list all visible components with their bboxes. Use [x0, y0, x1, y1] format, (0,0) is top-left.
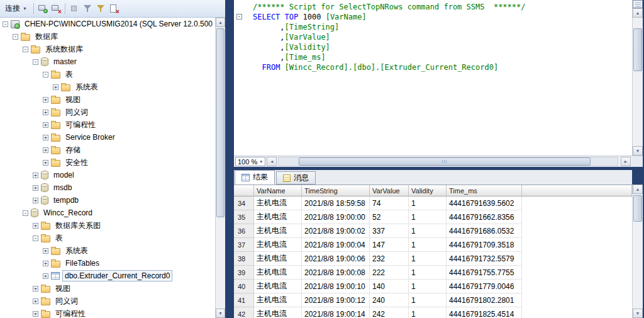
scrollbar-thumb[interactable] — [633, 195, 642, 222]
grid-cell[interactable]: 主机电流 — [254, 238, 302, 252]
row-number-cell[interactable]: 39 — [234, 266, 254, 280]
grid-cell[interactable]: 147 — [370, 238, 409, 252]
expand-toggle-icon[interactable]: + — [33, 311, 38, 317]
scrollbar-thumb[interactable] — [216, 28, 225, 217]
scroll-down-button[interactable]: ▼ — [633, 309, 643, 318]
results-vertical-scrollbar[interactable]: ▲ ▼ — [632, 185, 643, 318]
grid-cell[interactable]: 2021/8/8 19:00:10 — [302, 280, 370, 293]
tree-item[interactable]: +视图 — [0, 282, 215, 295]
connect-server-icon[interactable] — [37, 3, 48, 14]
grid-cell[interactable]: 2021/8/8 19:00:08 — [302, 266, 370, 280]
grid-cell[interactable]: 主机电流 — [254, 196, 302, 210]
tree-item[interactable]: +系统表 — [0, 244, 215, 257]
grid-cell[interactable]: 主机电流 — [254, 210, 302, 224]
tree-item[interactable]: +model — [0, 169, 215, 181]
grid-column-header[interactable]: VarValue — [370, 185, 409, 196]
grid-cell[interactable]: 2021/8/8 19:00:06 — [302, 252, 370, 266]
grid-cell[interactable]: 2021/8/8 19:00:00 — [302, 210, 370, 224]
grid-cell[interactable]: 1 — [409, 252, 447, 266]
grid-cell[interactable]: 主机电流 — [254, 252, 302, 266]
grid-cell[interactable]: 1 — [409, 210, 447, 224]
grid-cell[interactable]: 44416791802.2801 — [447, 293, 522, 307]
grid-cell[interactable]: 74 — [370, 196, 409, 210]
scrollbar-thumb[interactable] — [299, 157, 590, 166]
scroll-left-button[interactable]: ◄ — [267, 157, 277, 166]
collapse-toggle-icon[interactable]: - — [13, 34, 18, 40]
tree-item[interactable]: +同义词 — [0, 295, 215, 307]
tree-item[interactable]: -表 — [0, 68, 215, 81]
expand-toggle-icon[interactable]: + — [33, 185, 38, 191]
results-grid[interactable]: VarNameTimeStringVarValueValidityTime_ms… — [234, 185, 632, 318]
zoom-control[interactable]: 100 % ▼ — [235, 157, 265, 166]
collapse-toggle-icon[interactable]: - — [33, 59, 38, 65]
expand-toggle-icon[interactable]: + — [33, 223, 38, 229]
tab-messages[interactable]: 消息 — [276, 171, 316, 185]
row-number-cell[interactable]: 42 — [234, 307, 254, 318]
sql-editor[interactable]: - /****** Script for SelectTopNRows comm… — [234, 0, 632, 156]
grid-cell[interactable]: 44416791639.5602 — [447, 196, 522, 210]
tree-item[interactable]: +dbo.Extruder_Current_Record0 — [0, 270, 215, 282]
grid-cell[interactable]: 1 — [409, 280, 447, 293]
vertical-splitter[interactable] — [225, 0, 234, 318]
expand-toggle-icon[interactable]: + — [43, 135, 48, 140]
tree-item[interactable]: +安全性 — [0, 156, 215, 169]
grid-cell[interactable]: 232 — [370, 252, 409, 266]
tree-item[interactable]: +tempdb — [0, 194, 215, 207]
tree-item[interactable]: -Wincc_Record — [0, 207, 215, 219]
collapse-toggle-icon[interactable]: - — [3, 21, 8, 27]
grid-column-header[interactable]: VarName — [254, 185, 302, 196]
tree-item[interactable]: +系统表 — [0, 81, 215, 93]
collapse-toggle-icon[interactable]: - — [23, 210, 28, 216]
tree-item[interactable]: +可编程性 — [0, 307, 215, 318]
expand-toggle-icon[interactable]: + — [43, 261, 48, 266]
expand-toggle-icon[interactable]: + — [53, 84, 58, 90]
expand-toggle-icon[interactable]: + — [43, 147, 48, 153]
tree-item[interactable]: +FileTables — [0, 257, 215, 270]
collapse-toggle-icon[interactable]: - — [43, 72, 48, 77]
tree-item[interactable]: -master — [0, 55, 215, 68]
tree-item[interactable]: +msdb — [0, 181, 215, 194]
tree-item[interactable]: +数据库关系图 — [0, 219, 215, 232]
tree-item[interactable]: -数据库 — [0, 30, 215, 43]
grid-cell[interactable]: 2021/8/8 19:00:14 — [302, 307, 370, 318]
disconnect-server-icon[interactable]: × — [50, 3, 62, 14]
grid-cell[interactable]: 主机电流 — [254, 293, 302, 307]
grid-cell[interactable]: 44416791755.7755 — [447, 266, 522, 280]
grid-cell[interactable]: 1 — [409, 266, 447, 280]
grid-cell[interactable]: 242 — [370, 307, 409, 318]
expand-toggle-icon[interactable]: + — [33, 286, 38, 292]
scroll-right-button[interactable]: ► — [621, 157, 631, 166]
grid-cell[interactable]: 主机电流 — [254, 280, 302, 293]
colored-filter-icon[interactable] — [95, 3, 106, 14]
row-number-cell[interactable]: 36 — [234, 224, 254, 238]
tree-item[interactable]: -表 — [0, 232, 215, 244]
tree-item[interactable]: +同义词 — [0, 106, 215, 118]
expand-toggle-icon[interactable]: + — [43, 160, 48, 166]
tree-item[interactable]: -CHEN-PC\WINCCPLUSMIG2014 (SQL Server 12… — [0, 18, 215, 30]
grid-cell[interactable]: 240 — [370, 293, 409, 307]
grid-cell[interactable]: 2021/8/8 19:00:12 — [302, 293, 370, 307]
grid-cell[interactable]: 337 — [370, 224, 409, 238]
sql-code[interactable]: /****** Script for SelectTopNRows comman… — [253, 2, 632, 156]
grid-cell[interactable]: 主机电流 — [254, 266, 302, 280]
script-error-icon[interactable]: × — [108, 3, 119, 14]
fold-collapse-icon[interactable]: - — [236, 14, 242, 20]
tree-item[interactable]: +视图 — [0, 93, 215, 106]
collapse-toggle-icon[interactable]: - — [23, 47, 28, 52]
tree-item[interactable]: +可编程性 — [0, 118, 215, 131]
grid-cell[interactable]: 1 — [409, 196, 447, 210]
expand-toggle-icon[interactable]: + — [43, 97, 48, 103]
row-number-cell[interactable]: 34 — [234, 196, 254, 210]
scroll-up-button[interactable]: ▲ — [216, 18, 225, 27]
grid-cell[interactable]: 44416791686.0532 — [447, 224, 522, 238]
grid-cell[interactable]: 1 — [409, 307, 447, 318]
row-number-cell[interactable]: 35 — [234, 210, 254, 224]
grid-cell[interactable]: 44416791662.8356 — [447, 210, 522, 224]
filter-icon[interactable] — [82, 3, 93, 14]
grid-cell[interactable]: 1 — [409, 224, 447, 238]
grid-column-header[interactable]: Time_ms — [447, 185, 522, 196]
connect-button[interactable]: 连接 ▼ — [2, 1, 30, 16]
grid-cell[interactable]: 44416791709.3518 — [447, 238, 522, 252]
expand-toggle-icon[interactable]: + — [43, 248, 48, 254]
tree-item[interactable]: +Service Broker — [0, 131, 215, 144]
